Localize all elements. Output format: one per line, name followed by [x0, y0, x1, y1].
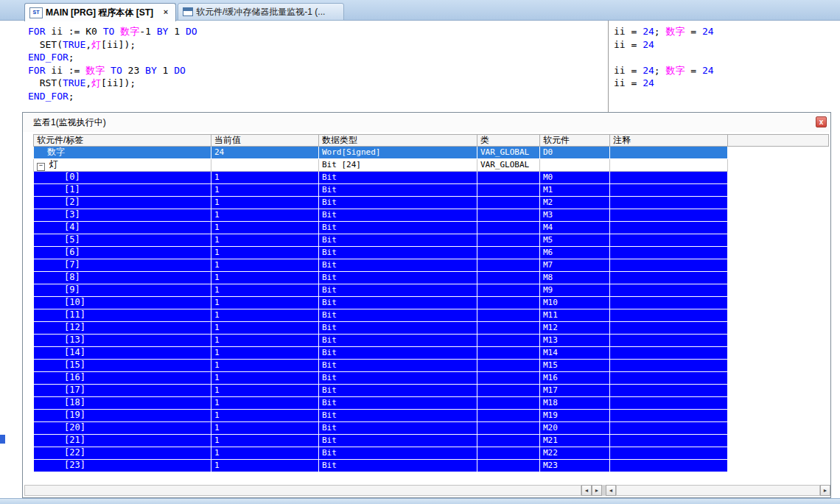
- class-cell[interactable]: [477, 410, 540, 422]
- editor-monitor-splitter[interactable]: [608, 21, 609, 112]
- data-type-cell[interactable]: Bit: [319, 322, 477, 335]
- data-type-cell[interactable]: Bit: [319, 222, 477, 234]
- device-cell[interactable]: M22: [540, 447, 610, 460]
- current-value-cell[interactable]: 1: [211, 447, 319, 460]
- watch-row-[20][interactable]: [20]1BitM20: [33, 422, 728, 435]
- device-label-cell[interactable]: [8]: [33, 272, 211, 284]
- data-type-cell[interactable]: Bit: [319, 172, 477, 184]
- class-cell[interactable]: [477, 197, 540, 209]
- column-header-3[interactable]: 类: [477, 134, 540, 147]
- comment-cell[interactable]: [610, 435, 728, 447]
- device-cell[interactable]: M1: [540, 184, 610, 197]
- watch-row-灯[interactable]: −灯Bit [24]VAR_GLOBAL: [33, 159, 728, 172]
- watch-row-[16][interactable]: [16]1BitM16: [33, 372, 728, 385]
- device-cell[interactable]: M8: [540, 272, 610, 284]
- data-type-cell[interactable]: Bit: [319, 422, 477, 435]
- class-cell[interactable]: [477, 297, 540, 309]
- data-type-cell[interactable]: Bit [24]: [319, 159, 477, 172]
- watch-row-[8][interactable]: [8]1BitM8: [33, 272, 728, 284]
- device-label-cell[interactable]: [20]: [33, 422, 211, 435]
- watch-row-[22][interactable]: [22]1BitM22: [33, 447, 728, 460]
- comment-cell[interactable]: [610, 309, 728, 322]
- tab-close-icon[interactable]: ×: [161, 7, 171, 18]
- device-cell[interactable]: M2: [540, 197, 610, 209]
- comment-cell[interactable]: [610, 172, 728, 184]
- current-value-cell[interactable]: 1: [211, 309, 319, 322]
- device-cell[interactable]: M21: [540, 435, 610, 447]
- comment-cell[interactable]: [610, 284, 728, 297]
- current-value-cell[interactable]: 1: [211, 247, 319, 259]
- data-type-cell[interactable]: Bit: [319, 347, 477, 360]
- current-value-cell[interactable]: 1: [211, 435, 319, 447]
- device-label-cell[interactable]: [10]: [33, 297, 211, 309]
- device-label-cell[interactable]: [18]: [33, 397, 211, 410]
- device-cell[interactable]: M0: [540, 172, 610, 184]
- device-label-cell[interactable]: [22]: [33, 447, 211, 460]
- device-cell[interactable]: [540, 159, 610, 172]
- current-value-cell[interactable]: 1: [211, 184, 319, 197]
- data-type-cell[interactable]: Bit: [319, 197, 477, 209]
- device-label-cell[interactable]: [9]: [33, 284, 211, 297]
- device-cell[interactable]: M3: [540, 209, 610, 222]
- device-label-cell[interactable]: [21]: [33, 435, 211, 447]
- current-value-cell[interactable]: 1: [211, 460, 319, 472]
- data-type-cell[interactable]: Bit: [319, 447, 477, 460]
- current-value-cell[interactable]: 1: [211, 422, 319, 435]
- device-label-cell[interactable]: [0]: [33, 172, 211, 184]
- data-type-cell[interactable]: Bit: [319, 435, 477, 447]
- device-cell[interactable]: M6: [540, 247, 610, 259]
- watch-row-[18][interactable]: [18]1BitM18: [33, 397, 728, 410]
- watch-row-[6][interactable]: [6]1BitM6: [33, 247, 728, 259]
- current-value-cell[interactable]: 1: [211, 372, 319, 385]
- data-type-cell[interactable]: Bit: [319, 209, 477, 222]
- st-code-editor[interactable]: FOR ii := K0 TO 数字-1 BY 1 DO SET(TRUE,灯[…: [0, 21, 608, 112]
- comment-cell[interactable]: [610, 347, 728, 360]
- class-cell[interactable]: VAR_GLOBAL: [477, 147, 540, 159]
- watch-row-[14][interactable]: [14]1BitM14: [33, 347, 728, 360]
- device-cell[interactable]: M16: [540, 372, 610, 385]
- current-value-cell[interactable]: 1: [211, 335, 319, 347]
- class-cell[interactable]: VAR_GLOBAL: [477, 159, 540, 172]
- device-cell[interactable]: M12: [540, 322, 610, 335]
- watch-row-[2][interactable]: [2]1BitM2: [33, 197, 728, 209]
- class-cell[interactable]: [477, 385, 540, 397]
- scroll-left-icon[interactable]: ◄: [606, 485, 616, 496]
- device-label-cell[interactable]: [4]: [33, 222, 211, 234]
- column-header-5[interactable]: 注释: [610, 134, 728, 147]
- device-cell[interactable]: M14: [540, 347, 610, 360]
- device-cell[interactable]: M23: [540, 460, 610, 472]
- comment-cell[interactable]: [610, 372, 728, 385]
- device-label-cell[interactable]: [15]: [33, 360, 211, 372]
- current-value-cell[interactable]: 1: [211, 297, 319, 309]
- watch-row-[7][interactable]: [7]1BitM7: [33, 259, 728, 272]
- watch-row-[5][interactable]: [5]1BitM5: [33, 234, 728, 247]
- tab-main-prg-st[interactable]: ST MAIN [PRG] 程序本体 [ST] ×: [24, 3, 176, 21]
- comment-cell[interactable]: [610, 447, 728, 460]
- watch-row-[1][interactable]: [1]1BitM1: [33, 184, 728, 197]
- class-cell[interactable]: [477, 209, 540, 222]
- comment-cell[interactable]: [610, 197, 728, 209]
- device-cell[interactable]: M5: [540, 234, 610, 247]
- comment-cell[interactable]: [610, 247, 728, 259]
- comment-cell[interactable]: [610, 297, 728, 309]
- data-type-cell[interactable]: Bit: [319, 247, 477, 259]
- device-label-cell[interactable]: [11]: [33, 309, 211, 322]
- watch-row-[11][interactable]: [11]1BitM11: [33, 309, 728, 322]
- device-cell[interactable]: M17: [540, 385, 610, 397]
- class-cell[interactable]: [477, 259, 540, 272]
- current-value-cell[interactable]: 1: [211, 410, 319, 422]
- comment-cell[interactable]: [610, 234, 728, 247]
- device-label-cell[interactable]: [2]: [33, 197, 211, 209]
- watch-row-[19][interactable]: [19]1BitM19: [33, 410, 728, 422]
- device-label-cell[interactable]: [19]: [33, 410, 211, 422]
- column-header-4[interactable]: 软元件: [540, 134, 610, 147]
- data-type-cell[interactable]: Bit: [319, 184, 477, 197]
- tab-batch-monitor[interactable]: 软元件/缓冲存储器批量监视-1 (...: [178, 3, 344, 21]
- comment-cell[interactable]: [610, 422, 728, 435]
- class-cell[interactable]: [477, 222, 540, 234]
- comment-cell[interactable]: [610, 335, 728, 347]
- current-value-cell[interactable]: 1: [211, 360, 319, 372]
- hscrollbar-left-track[interactable]: [24, 485, 581, 496]
- data-type-cell[interactable]: Bit: [319, 234, 477, 247]
- class-cell[interactable]: [477, 360, 540, 372]
